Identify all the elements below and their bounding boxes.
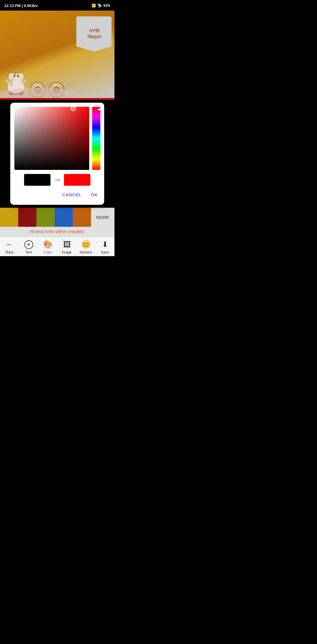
toolbar-stickers[interactable]: 😊 Stickers	[78, 240, 94, 254]
battery-level: 93%	[103, 4, 110, 8]
color-chip-1[interactable]	[18, 208, 36, 227]
toolbar-back-label: Back	[6, 250, 14, 254]
color-icon: 🎨	[43, 240, 53, 249]
palette-section: MORE All texts color will be changed.	[0, 208, 114, 237]
svg-point-4	[14, 75, 15, 77]
color-gradient-box[interactable]	[14, 107, 89, 170]
wave-shape	[0, 80, 114, 98]
svg-rect-2	[13, 71, 20, 74]
canvas-area: सस्नेहनिमंत्रण	[0, 11, 114, 98]
toolbar-save-label: Save	[101, 250, 109, 254]
hue-slider-thumb	[97, 108, 101, 111]
toolbar-stickers-label: Stickers	[80, 250, 92, 254]
toolbar-back[interactable]: ← Back	[1, 240, 18, 254]
signal-icon: 📶	[92, 4, 96, 8]
info-text: All texts color will be changed.	[0, 227, 114, 237]
dialog-overlay: ⇒ CANCEL OK	[0, 100, 114, 208]
toolbar-color-label: Color	[43, 250, 52, 254]
color-picker-dialog: ⇒ CANCEL OK	[10, 103, 104, 205]
color-chip-2[interactable]	[36, 208, 55, 227]
status-time: 12:13 PM | 0.0KB/s	[4, 4, 38, 8]
back-icon: ←	[6, 240, 14, 249]
stickers-icon: 😊	[81, 240, 91, 249]
cancel-button[interactable]: CANCEL	[60, 190, 84, 199]
color-chip-3[interactable]	[55, 208, 73, 227]
arrow-icon: ⇒	[55, 176, 60, 184]
old-color-swatch	[24, 174, 50, 186]
svg-marker-3	[15, 69, 18, 71]
color-preview-row: ⇒	[14, 174, 100, 186]
color-strip	[0, 208, 91, 227]
color-chip-0[interactable]	[0, 208, 18, 227]
bottom-toolbar: ← Back + Text 🎨 Color 🖼 Image 😊 Stickers…	[0, 237, 114, 256]
toolbar-image[interactable]: 🖼 Image	[59, 240, 75, 254]
status-left: 12:13 PM | 0.0KB/s	[4, 4, 38, 8]
gradient-thumb[interactable]	[70, 107, 76, 111]
more-colors-button[interactable]: MORE	[91, 208, 114, 227]
wifi-icon: 📡	[97, 4, 102, 8]
image-icon: 🖼	[63, 240, 71, 249]
status-bar: 12:13 PM | 0.0KB/s 📶 📡 93%	[0, 0, 114, 11]
save-icon: ⬇	[102, 240, 108, 249]
color-picker-container	[14, 107, 100, 170]
toolbar-color[interactable]: 🎨 Color	[40, 240, 56, 254]
toolbar-text-label: Text	[25, 250, 32, 254]
svg-point-8	[19, 73, 24, 80]
toolbar-text[interactable]: + Text	[21, 240, 37, 254]
banner-text: सस्नेहनिमंत्रण	[87, 28, 101, 41]
svg-point-7	[9, 73, 13, 80]
svg-point-6	[15, 73, 16, 75]
status-right: 📶 📡 93%	[92, 4, 110, 8]
invitation-banner: सस्नेहनिमंत्रण	[76, 16, 112, 52]
svg-point-5	[17, 75, 19, 77]
hue-slider[interactable]	[92, 107, 100, 170]
new-color-swatch	[64, 174, 90, 186]
palette-row: MORE	[0, 208, 114, 227]
text-icon: +	[24, 240, 33, 249]
toolbar-image-label: Image	[62, 250, 72, 254]
color-chip-4[interactable]	[73, 208, 91, 227]
ok-button[interactable]: OK	[89, 190, 100, 199]
dialog-buttons: CANCEL OK	[14, 190, 100, 199]
toolbar-save[interactable]: ⬇ Save	[97, 240, 113, 254]
